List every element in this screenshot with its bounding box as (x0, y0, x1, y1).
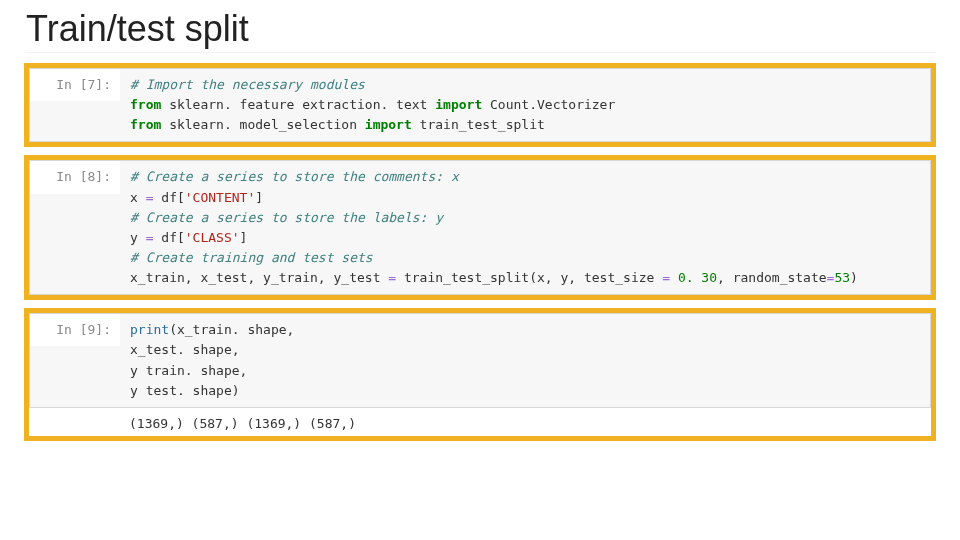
string: 'CONTENT' (185, 190, 255, 205)
comment: # Create training and test sets (130, 250, 373, 265)
cell-prompt: In [9]: (30, 314, 120, 346)
code-line: y train. shape, (130, 363, 247, 378)
keyword-import: import (435, 97, 482, 112)
comment: # Import the necessary modules (130, 77, 365, 92)
code-area[interactable]: # Import the necessary modules from skle… (120, 69, 930, 141)
equals: = (388, 270, 396, 285)
rhs-pre: df[ (153, 190, 184, 205)
lhs: y (130, 230, 146, 245)
builtin-print: print (130, 322, 169, 337)
cell-prompt: In [8]: (30, 161, 120, 193)
module-name: sklearn. model_selection (161, 117, 365, 132)
lhs: x_train, x_test, y_train, y_test (130, 270, 388, 285)
mid2: , random_state (717, 270, 827, 285)
keyword-import: import (365, 117, 412, 132)
comment: # Create a series to store the comments:… (130, 169, 459, 184)
cell-frame-1: In [7]: # Import the necessary modules f… (24, 63, 936, 147)
rhs-post: ] (255, 190, 263, 205)
keyword-from: from (130, 97, 161, 112)
keyword-from: from (130, 117, 161, 132)
code-cell: In [9]: print(x_train. shape, x_test. sh… (29, 313, 931, 408)
code-cell: In [8]: # Create a series to store the c… (29, 160, 931, 295)
module-name: sklearn. feature extraction. text (161, 97, 435, 112)
number: 53 (834, 270, 850, 285)
equals: = (662, 270, 670, 285)
mid: train_test_split(x, y, test_size (396, 270, 662, 285)
string: 'CLASS' (185, 230, 240, 245)
output-text: (1369,) (587,) (1369,) (587,) (119, 408, 366, 436)
cell-frame-3: In [9]: print(x_train. shape, x_test. sh… (24, 308, 936, 441)
code-area[interactable]: print(x_train. shape, x_test. shape, y t… (120, 314, 930, 407)
sp (670, 270, 678, 285)
import-names: Count.Vectorizer (482, 97, 615, 112)
lhs: x (130, 190, 146, 205)
number: 0. 30 (678, 270, 717, 285)
cell-prompt: In [7]: (30, 69, 120, 101)
rhs-pre: df[ (153, 230, 184, 245)
page-title: Train/test split (26, 8, 936, 53)
call-after: (x_train. shape, (169, 322, 294, 337)
output-gutter (29, 408, 119, 436)
import-names: train_test_split (412, 117, 545, 132)
code-cell: In [7]: # Import the necessary modules f… (29, 68, 931, 142)
tail: ) (850, 270, 858, 285)
rhs-post: ] (240, 230, 248, 245)
code-line: x_test. shape, (130, 342, 240, 357)
code-area[interactable]: # Create a series to store the comments:… (120, 161, 930, 294)
cell-output: (1369,) (587,) (1369,) (587,) (29, 408, 931, 436)
slide: Train/test split In [7]: # Import the ne… (0, 0, 960, 540)
code-line: y test. shape) (130, 383, 240, 398)
comment: # Create a series to store the labels: y (130, 210, 443, 225)
cell-frame-2: In [8]: # Create a series to store the c… (24, 155, 936, 300)
